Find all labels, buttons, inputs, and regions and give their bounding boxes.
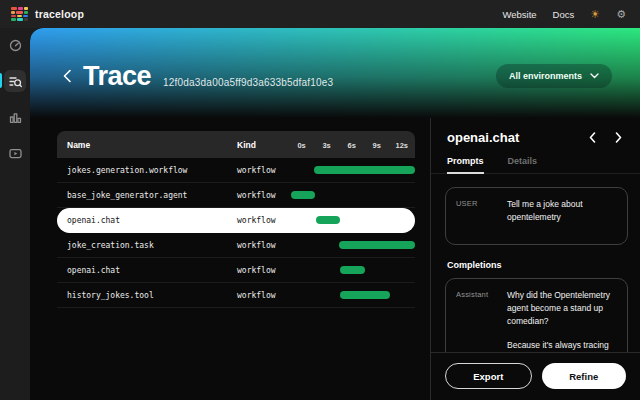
detail-actions: Export Refine xyxy=(431,352,640,400)
row-kind: workflow xyxy=(237,166,285,175)
timeline-tick: 0s xyxy=(297,140,305,149)
row-name: joke_creation.task xyxy=(57,241,237,250)
tab-prompts[interactable]: Prompts xyxy=(447,156,484,174)
row-duration-bar xyxy=(291,191,315,199)
span-detail-panel: openai.chat Prompts Details xyxy=(430,118,640,400)
row-duration-bar xyxy=(314,166,415,174)
top-bar: traceloop Website Docs ☀ ⚙ xyxy=(0,0,640,28)
detail-body: USER Tell me a joke about opentelemetry … xyxy=(431,174,640,352)
row-name: openai.chat xyxy=(57,216,237,225)
span-row[interactable]: base_joke_generator.agent workflow xyxy=(57,183,415,208)
row-kind: workflow xyxy=(237,291,285,300)
detail-tabs: Prompts Details xyxy=(431,156,640,174)
row-name: history_jokes.tool xyxy=(57,291,237,300)
nav-link-website[interactable]: Website xyxy=(502,9,536,20)
span-row[interactable]: openai.chat workflow xyxy=(57,208,415,233)
prev-span-button[interactable] xyxy=(587,130,598,145)
completion-message-box: Assistant Why did the Opentelemetry agen… xyxy=(445,278,628,352)
sidebar-item-traces[interactable] xyxy=(0,69,30,93)
traceloop-logo-icon xyxy=(11,7,28,21)
prompt-message-box: USER Tell me a joke about opentelemetry xyxy=(445,187,628,245)
spans-table-body: jokes.generation.workflow workflow base_… xyxy=(57,158,415,308)
row-timeline xyxy=(285,258,415,282)
sidebar-item-analytics[interactable] xyxy=(0,105,30,129)
row-timeline xyxy=(285,283,415,307)
row-duration-bar xyxy=(340,266,365,274)
prompt-message-text: Tell me a joke about opentelemetry xyxy=(501,198,617,224)
span-row[interactable]: jokes.generation.workflow workflow xyxy=(57,158,415,183)
timeline-tick: 6s xyxy=(348,140,356,149)
row-kind: workflow xyxy=(237,216,285,225)
row-duration-bar xyxy=(339,241,415,249)
content: Name Kind 0s3s6s9s12s jokes.generation.w… xyxy=(30,118,640,400)
chevron-right-icon xyxy=(615,132,622,143)
timeline-tick: 3s xyxy=(322,140,330,149)
trace-id: 12f0da3da00a5ff9d3a633b5dfaf10e3 xyxy=(163,65,333,88)
environment-selector-label: All environments xyxy=(509,71,582,81)
app-root: traceloop Website Docs ☀ ⚙ xyxy=(0,0,640,400)
timeline-tick: 9s xyxy=(372,140,380,149)
row-name: jokes.generation.workflow xyxy=(57,166,237,175)
bar-chart-icon xyxy=(4,106,26,128)
tab-details[interactable]: Details xyxy=(508,156,538,173)
theme-sun-icon[interactable]: ☀ xyxy=(590,9,600,20)
row-name: openai.chat xyxy=(57,266,237,275)
timeline-axis: 0s3s6s9s12s xyxy=(285,131,415,158)
chevron-down-icon xyxy=(590,73,599,79)
main-card: Trace 12f0da3da00a5ff9d3a633b5dfaf10e3 A… xyxy=(30,28,640,400)
video-icon xyxy=(4,142,26,164)
completions-section-label: Completions xyxy=(447,260,628,270)
settings-gear-icon[interactable]: ⚙ xyxy=(616,9,626,20)
detail-title: openai.chat xyxy=(447,130,519,145)
export-button[interactable]: Export xyxy=(445,363,532,389)
trace-header: Trace 12f0da3da00a5ff9d3a633b5dfaf10e3 A… xyxy=(30,28,640,118)
sidebar-item-dashboard[interactable] xyxy=(0,33,30,57)
span-row[interactable]: joke_creation.task workflow xyxy=(57,233,415,258)
row-timeline xyxy=(285,158,415,182)
brand[interactable]: traceloop xyxy=(11,7,84,21)
span-row[interactable]: history_jokes.tool workflow xyxy=(57,283,415,308)
column-header-kind: Kind xyxy=(237,140,285,150)
sidebar xyxy=(0,28,30,400)
row-kind: workflow xyxy=(237,241,285,250)
row-kind: workflow xyxy=(237,266,285,275)
chevron-left-icon xyxy=(63,69,72,83)
prompt-role-label: USER xyxy=(456,198,501,208)
row-duration-bar xyxy=(316,216,340,224)
span-pager xyxy=(587,130,624,145)
row-timeline xyxy=(285,183,415,207)
row-timeline xyxy=(285,233,415,257)
sidebar-item-playground[interactable] xyxy=(0,141,30,165)
row-name: base_joke_generator.agent xyxy=(57,191,237,200)
chevron-left-icon xyxy=(589,132,596,143)
brand-name: traceloop xyxy=(35,8,84,20)
detail-header: openai.chat xyxy=(431,130,640,145)
column-header-name: Name xyxy=(57,140,237,150)
row-duration-bar xyxy=(340,291,390,299)
timeline-tick: 12s xyxy=(395,140,408,149)
nav-link-docs[interactable]: Docs xyxy=(553,9,575,20)
gauge-icon xyxy=(4,34,26,56)
environment-selector[interactable]: All environments xyxy=(496,64,612,88)
refine-button[interactable]: Refine xyxy=(542,363,627,389)
top-nav: Website Docs ☀ ⚙ xyxy=(502,9,626,20)
row-kind: workflow xyxy=(237,191,285,200)
shell: Trace 12f0da3da00a5ff9d3a633b5dfaf10e3 A… xyxy=(0,28,640,400)
completion-role-label: Assistant xyxy=(456,289,501,299)
row-timeline xyxy=(285,208,415,232)
page-title: Trace xyxy=(83,61,151,92)
span-row[interactable]: openai.chat workflow xyxy=(57,258,415,283)
trace-search-icon xyxy=(4,70,26,92)
assistant-message-text: Why did the Opentelemetry agent become a… xyxy=(501,289,617,352)
spans-table-header: Name Kind 0s3s6s9s12s xyxy=(57,131,415,158)
back-button[interactable] xyxy=(63,69,72,83)
spans-table: Name Kind 0s3s6s9s12s jokes.generation.w… xyxy=(57,131,415,308)
trace-pane: Name Kind 0s3s6s9s12s jokes.generation.w… xyxy=(30,118,430,400)
next-span-button[interactable] xyxy=(613,130,624,145)
